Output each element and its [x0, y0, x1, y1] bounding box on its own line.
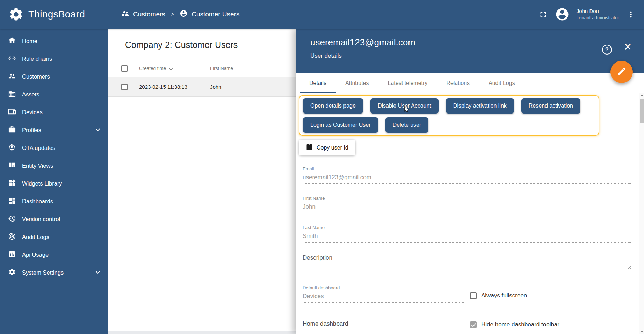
sidebar-item-label: Api Usage — [22, 252, 49, 258]
breadcrumb-customers[interactable]: Customers — [121, 9, 165, 19]
close-icon: × — [624, 39, 631, 54]
hide-home-toolbar-label: Hide home dashboard toolbar — [481, 321, 559, 328]
home-dashboard-field[interactable]: Home dashboard — [303, 320, 464, 331]
cell-created-time: 2023-02-15 11:38:13 — [139, 84, 210, 90]
open-details-page-button[interactable]: Open details page — [303, 98, 363, 114]
tab-latest-telemetry[interactable]: Latest telemetry — [378, 73, 437, 93]
home-dashboard-row: Home dashboard Hide home dashboard toolb… — [303, 320, 644, 331]
sidebar-item-system-settings[interactable]: System Settings — [0, 264, 108, 282]
panel-header: useremail123@gmail.com User details ? × — [296, 29, 644, 73]
tab-audit-logs[interactable]: Audit Logs — [479, 73, 524, 93]
panel-title: useremail123@gmail.com — [310, 37, 599, 48]
sidebar-item-label: Home — [22, 38, 37, 44]
column-header-created-time[interactable]: Created time — [139, 66, 166, 71]
profiles-icon — [8, 125, 16, 135]
panel-subtitle: User details — [310, 52, 599, 59]
version-control-icon — [8, 215, 16, 224]
details-form: Open details page Disable User Account D… — [296, 95, 644, 331]
top-header: ThingsBoard Customers > Customer Users — [0, 0, 644, 29]
default-dashboard-field[interactable]: Default dashboard Devices — [303, 285, 464, 303]
last-name-value: Smith — [303, 233, 631, 243]
customers-icon — [121, 9, 129, 19]
user-name: John Dou — [577, 8, 619, 15]
sidebar-item-label: Audit Logs — [22, 234, 49, 240]
breadcrumb-customer-users[interactable]: Customer Users — [180, 9, 239, 19]
user-details-panel: useremail123@gmail.com User details ? × … — [296, 29, 644, 334]
assets-icon — [8, 90, 16, 99]
first-name-field[interactable]: First Name John — [303, 196, 631, 213]
scroll-down-arrow-icon[interactable] — [639, 329, 644, 334]
resize-handle-icon[interactable] — [627, 265, 631, 269]
pencil-icon — [617, 67, 627, 77]
user-role: Tenant administrator — [577, 15, 619, 21]
sidebar-item-widgets-library[interactable]: Widgets Library — [0, 175, 108, 193]
select-all-checkbox[interactable] — [121, 65, 128, 72]
panel-scrollbar[interactable] — [639, 93, 644, 334]
chevron-down-icon[interactable] — [93, 125, 102, 136]
chevron-down-icon[interactable] — [93, 268, 102, 278]
sidebar-item-api-usage[interactable]: Api Usage — [0, 246, 108, 264]
sidebar-item-rule-chains[interactable]: Rule chains — [0, 50, 108, 68]
sidebar-item-customers[interactable]: Customers — [0, 68, 108, 86]
login-as-customer-user-button[interactable]: Login as Customer User — [303, 117, 378, 133]
sidebar-item-profiles[interactable]: Profiles — [0, 121, 108, 139]
sort-desc-icon[interactable] — [168, 66, 174, 71]
clipboard-icon — [306, 144, 313, 152]
disable-user-account-button[interactable]: Disable User Account — [370, 98, 439, 114]
always-fullscreen-checkbox[interactable]: Always fullscreen — [470, 292, 527, 299]
dashboards-icon — [8, 197, 16, 206]
sidebar-item-dashboards[interactable]: Dashboards — [0, 193, 108, 210]
scroll-up-arrow-icon[interactable] — [639, 93, 644, 98]
sidebar-item-label: Dashboards — [22, 198, 53, 205]
api-usage-icon — [8, 250, 16, 260]
edit-fab-button[interactable] — [610, 61, 633, 83]
avatar-icon[interactable] — [555, 7, 570, 22]
tab-relations[interactable]: Relations — [437, 73, 479, 93]
more-vert-button[interactable] — [626, 10, 636, 19]
sidebar-item-label: System Settings — [22, 269, 64, 276]
sidebar-item-label: OTA updates — [22, 145, 55, 151]
thingsboard-app: ThingsBoard Customers > Customer Users — [0, 0, 644, 334]
display-activation-link-button[interactable]: Display activation link — [446, 98, 514, 114]
fullscreen-button[interactable] — [538, 10, 548, 19]
user-info: John Dou Tenant administrator — [577, 8, 619, 21]
rule-chains-icon — [8, 54, 16, 64]
devices-icon — [8, 108, 16, 117]
customers-icon — [8, 72, 16, 81]
resend-activation-button[interactable]: Resend activation — [521, 98, 580, 114]
last-name-label: Last Name — [303, 225, 631, 230]
close-button[interactable]: × — [624, 41, 631, 53]
app-title: ThingsBoard — [28, 9, 85, 20]
help-button[interactable]: ? — [602, 45, 612, 55]
breadcrumb-separator: > — [171, 11, 174, 17]
sidebar-item-version-control[interactable]: Version control — [0, 210, 108, 228]
sidebar-item-home[interactable]: Home — [0, 32, 108, 50]
hide-home-toolbar-checkbox[interactable]: Hide home dashboard toolbar — [470, 321, 559, 328]
sidebar-item-entity-views[interactable]: Entity Views — [0, 157, 108, 175]
sidebar-item-assets[interactable]: Assets — [0, 86, 108, 103]
copy-user-id-label: Copy user Id — [317, 145, 348, 151]
copy-user-id-button[interactable]: Copy user Id — [299, 140, 355, 155]
delete-user-button[interactable]: Delete user — [385, 117, 429, 133]
sidebar-item-label: Profiles — [22, 127, 41, 133]
app-logo[interactable]: ThingsBoard — [0, 7, 108, 22]
ota-updates-icon — [8, 143, 16, 153]
first-name-label: First Name — [303, 196, 631, 201]
row-checkbox[interactable] — [121, 84, 128, 90]
last-name-field[interactable]: Last Name Smith — [303, 225, 631, 243]
home-dashboard-label: Home dashboard — [303, 320, 464, 331]
description-field[interactable]: Description — [303, 254, 631, 270]
sidebar-item-devices[interactable]: Devices — [0, 103, 108, 121]
sidebar: Home Rule chains Customers Assets Device… — [0, 29, 108, 334]
sidebar-item-ota-updates[interactable]: OTA updates — [0, 139, 108, 157]
sidebar-item-label: Version control — [22, 216, 60, 223]
tab-details[interactable]: Details — [300, 73, 336, 93]
sidebar-item-label: Rule chains — [22, 56, 52, 62]
tab-attributes[interactable]: Attributes — [336, 73, 378, 93]
sidebar-item-audit-logs[interactable]: Audit Logs — [0, 228, 108, 246]
scrollbar-thumb[interactable] — [640, 99, 644, 123]
email-field[interactable]: Email useremail123@gmail.com — [303, 166, 631, 184]
action-buttons-highlight: Open details page Disable User Account D… — [299, 95, 599, 136]
breadcrumb-label: Customer Users — [191, 10, 239, 18]
checkbox-checked-icon — [470, 321, 477, 328]
